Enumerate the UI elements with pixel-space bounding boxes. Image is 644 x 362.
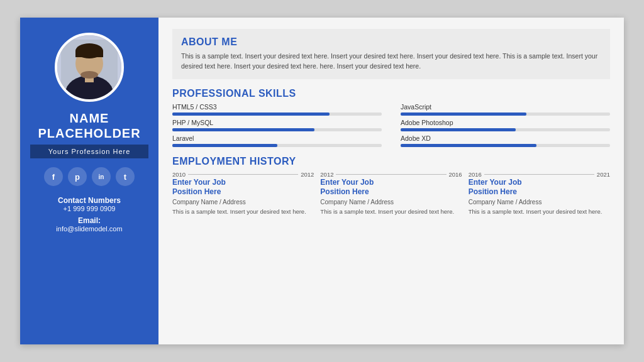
skill-item: HTML5 / CSS3: [172, 103, 382, 116]
about-section: ABOUT ME This is a sample text. Insert y…: [172, 29, 610, 79]
sidebar: NAME PLACEHOLDER Yours Profession Here f…: [20, 18, 158, 344]
skill-label: Adobe Photoshop: [401, 119, 610, 126]
emp-title: Enter Your JobPosition Here: [172, 178, 314, 197]
avatar: [55, 33, 124, 102]
skills-title: PROFESSIONAL SKILLS: [172, 88, 610, 99]
skill-bar-bg: [172, 144, 382, 147]
emp-date-start: 2012: [320, 171, 333, 178]
social-icons: f p in t: [44, 167, 135, 186]
emp-company: Company Name / Address: [469, 199, 610, 206]
emp-desc: This is a sample text. Insert your desir…: [172, 207, 314, 216]
skill-label: HTML5 / CSS3: [172, 103, 382, 111]
emp-desc: This is a sample text. Insert your desir…: [469, 207, 610, 216]
skill-label: PHP / MySQL: [172, 119, 382, 126]
skills-grid: HTML5 / CSS3 JavaScript PHP / MySQL Adob…: [172, 103, 610, 147]
emp-date-start: 2010: [172, 171, 186, 178]
emp-company: Company Name / Address: [172, 199, 314, 206]
contact-section: Contact Numbers +1 999 999 0909 Email: i…: [56, 196, 122, 236]
employment-col: 2016 2021 Enter Your JobPosition Here Co…: [469, 171, 610, 216]
emp-dates: 2016 2021: [469, 171, 610, 178]
profile-name: NAME PLACEHOLDER: [38, 111, 140, 141]
emp-date-start: 2016: [469, 171, 482, 178]
employment-col: 2012 2016 Enter Your JobPosition Here Co…: [320, 171, 462, 216]
profession-bar: Yours Profession Here: [30, 145, 148, 158]
skill-bar-bg: [172, 112, 382, 116]
svg-point-6: [80, 71, 98, 79]
skill-bar-bg: [401, 128, 610, 131]
employment-section: EMPLOYMENT HISTORY 2010 2012 Enter Your …: [172, 156, 610, 216]
employment-grid: 2010 2012 Enter Your JobPosition Here Co…: [172, 171, 610, 216]
resume-wrapper: NAME PLACEHOLDER Yours Profession Here f…: [20, 18, 624, 344]
facebook-icon[interactable]: f: [44, 167, 63, 186]
skill-bar-fill: [401, 128, 516, 131]
emp-dates: 2010 2012: [172, 171, 314, 178]
contact-label: Contact Numbers: [58, 196, 121, 205]
skill-item: JavaScript: [401, 103, 610, 116]
skill-item: Adobe XD: [401, 134, 610, 147]
skill-bar-bg: [172, 128, 382, 131]
skill-bar-bg: [401, 144, 610, 147]
skill-bar-fill: [401, 112, 526, 116]
pinterest-icon[interactable]: p: [68, 167, 87, 186]
about-text: This is a sample text. Insert your desir…: [181, 52, 601, 72]
skill-item: Laravel: [172, 134, 382, 147]
skill-bar-bg: [401, 112, 610, 116]
emp-dates: 2012 2016: [320, 171, 462, 178]
email-label: Email:: [78, 216, 101, 225]
skill-bar-fill: [172, 128, 314, 131]
emp-date-end: 2016: [449, 171, 462, 178]
skill-bar-fill: [401, 144, 536, 147]
skill-item: PHP / MySQL: [172, 119, 382, 131]
skills-section: PROFESSIONAL SKILLS HTML5 / CSS3 JavaScr…: [172, 88, 610, 147]
emp-title: Enter Your JobPosition Here: [320, 178, 462, 197]
skill-label: Laravel: [172, 134, 382, 142]
email-value: info@slidemodel.com: [56, 225, 122, 233]
emp-company: Company Name / Address: [320, 199, 462, 206]
employment-col: 2010 2012 Enter Your JobPosition Here Co…: [172, 171, 314, 216]
twitter-icon[interactable]: t: [116, 167, 135, 186]
contact-phone: +1 999 999 0909: [64, 205, 116, 212]
skill-label: Adobe XD: [401, 134, 610, 142]
skill-bar-fill: [172, 144, 277, 147]
emp-title: Enter Your JobPosition Here: [469, 178, 610, 197]
emp-date-end: 2021: [597, 171, 610, 178]
emp-line: [336, 174, 446, 175]
linkedin-icon[interactable]: in: [92, 167, 111, 186]
main-content: ABOUT ME This is a sample text. Insert y…: [158, 18, 624, 344]
employment-title: EMPLOYMENT HISTORY: [172, 156, 610, 167]
emp-line: [484, 174, 594, 175]
skill-bar-fill: [172, 112, 330, 116]
emp-desc: This is a sample text. Insert your desir…: [320, 207, 462, 216]
about-title: ABOUT ME: [181, 36, 601, 48]
skill-item: Adobe Photoshop: [401, 119, 610, 131]
skill-label: JavaScript: [401, 103, 610, 111]
emp-line: [188, 174, 298, 175]
svg-rect-4: [75, 51, 103, 57]
emp-date-end: 2012: [301, 171, 314, 178]
